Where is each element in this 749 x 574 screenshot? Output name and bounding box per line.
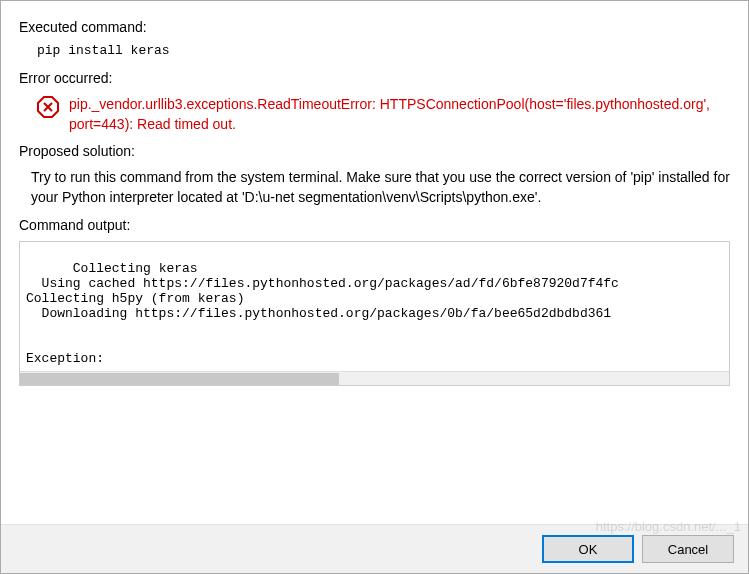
error-dialog: Executed command: pip install keras Erro… — [0, 0, 749, 574]
solution-text: Try to run this command from the system … — [31, 167, 730, 208]
error-block: pip._vendor.urllib3.exceptions.ReadTimeo… — [37, 94, 730, 135]
error-icon — [37, 96, 59, 121]
ok-button[interactable]: OK — [542, 535, 634, 563]
executed-command-value: pip install keras — [19, 43, 730, 66]
output-scrollbar-thumb[interactable] — [20, 373, 339, 385]
command-output-label: Command output: — [19, 217, 730, 233]
error-message: pip._vendor.urllib3.exceptions.ReadTimeo… — [69, 94, 730, 135]
button-bar: OK Cancel — [1, 524, 748, 573]
command-output-text: Collecting keras Using cached https://fi… — [26, 261, 619, 366]
error-occurred-label: Error occurred: — [19, 70, 730, 86]
output-scrollbar[interactable] — [20, 371, 729, 385]
command-output-box[interactable]: Collecting keras Using cached https://fi… — [19, 241, 730, 386]
proposed-solution-label: Proposed solution: — [19, 143, 730, 159]
cancel-button[interactable]: Cancel — [642, 535, 734, 563]
dialog-content: Executed command: pip install keras Erro… — [1, 1, 748, 524]
executed-command-label: Executed command: — [19, 19, 730, 35]
